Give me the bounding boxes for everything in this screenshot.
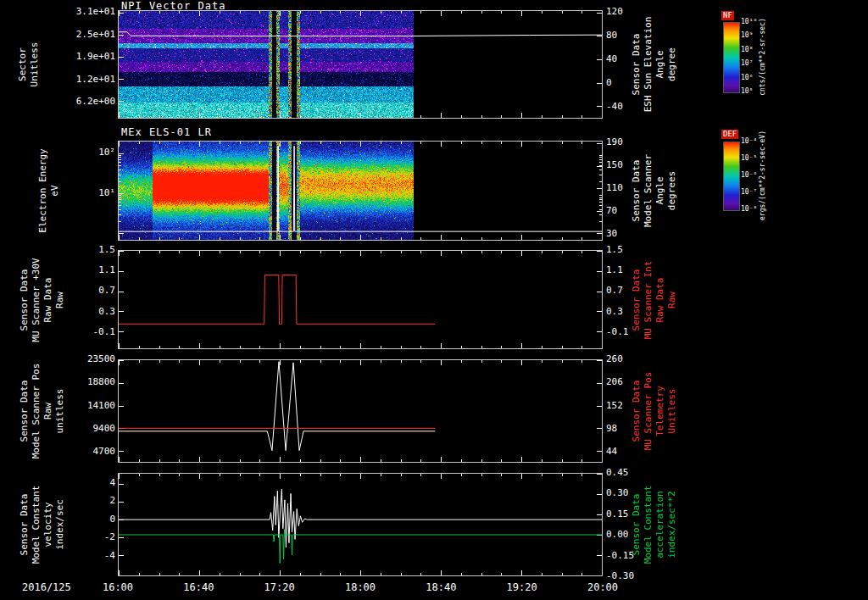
panel1-left-tick: 1.2e+01	[54, 74, 115, 85]
x-axis-date-label: 2016/125	[22, 581, 71, 593]
x-axis-time-label: 19:20	[495, 581, 549, 593]
panel4-left-axis-title: Sensor DataModel Scanner PosRawunitless	[19, 364, 66, 459]
panel1-left-tick: 6.2e+00	[54, 96, 115, 107]
panel2-right-axis-title-line: Sensor Data	[631, 154, 643, 227]
colorbar-nf-tick: 10⁷	[741, 59, 753, 68]
panel2-plot-area	[118, 141, 603, 241]
panel5-right-axis-title-line: index/sec**2	[666, 486, 678, 564]
panel2-right-tick: 30	[606, 228, 647, 239]
panel2-right-axis-title-line: Angle	[654, 154, 666, 227]
panel1-right-tick: 120	[606, 6, 647, 17]
panel3-left-axis-title: Sensor DataMU Scanner +30VRaw DataRaw	[19, 258, 66, 342]
panel2-left-axis-title-line: Electron Energy	[37, 148, 49, 232]
panel2-left-tick: 10²	[54, 147, 115, 158]
panel1-left-axis-title-line: Sector	[17, 42, 29, 87]
panel2-left-axis-title: Electron EnergyeV	[37, 148, 61, 232]
panel4-plot-area	[118, 359, 603, 463]
panel5-left-axis-title: Sensor DataModel Constantvelocityindex/s…	[19, 486, 66, 564]
els-spectrogram-canvas	[119, 142, 602, 240]
x-axis-time-label: 16:40	[171, 581, 225, 593]
panel3-right-axis-title-line: MU Scanner Int	[643, 260, 654, 339]
panel2-right-axis-title-line: degrees	[666, 154, 678, 227]
panel3-right-axis-title-line: Raw Data	[654, 260, 666, 339]
npi-spectrogram-canvas	[119, 11, 602, 118]
panel2-title: MEx ELS-01 LR	[121, 126, 212, 138]
panel1-right-axis-title-line: Sensor Data	[631, 17, 643, 113]
panel5-left-axis-title-line: velocity	[42, 486, 54, 564]
panel5-right-axis-title: Sensor DataModel Constantaccelerationind…	[631, 486, 678, 564]
panel4-right-axis-title-line: MU Scanner Pos	[643, 372, 654, 451]
panel3-right-axis-title-line: Raw	[666, 260, 678, 339]
panel1-right-axis-title: Sensor DataESH Sun ElevationAngledegree	[631, 17, 678, 113]
x-axis-time-label: 20:00	[576, 581, 630, 593]
telemetry-plot-page: NPI Vector Data MEx ELS-01 LR 2016/125 N…	[0, 0, 868, 600]
panel1-left-tick: 2.5e+01	[54, 29, 115, 40]
panel3-left-axis-title-line: Raw Data	[42, 258, 54, 342]
panel3-plot-area	[118, 250, 603, 349]
colorbar-nf-title: NF	[721, 11, 734, 20]
colorbar-def-tick: 10⁻⁴	[741, 137, 757, 146]
panel3-left-axis-title-line: Raw	[54, 258, 66, 342]
colorbar-nf-tick: 10¹⁰	[741, 18, 757, 26]
panel2-right-axis-title-line: Model Scanner	[643, 154, 654, 227]
panel3-right-axis-title-line: Sensor Data	[631, 260, 643, 339]
panel3-right-tick: 1.5	[606, 244, 647, 255]
colorbar-def-tick: 10⁻⁵	[741, 154, 757, 163]
panel4-right-axis-title-line: Telemetry	[654, 372, 666, 451]
panel4-right-axis-title: Sensor DataMU Scanner PosTelemetryUnitle…	[631, 372, 678, 451]
panel5-left-axis-title-line: Model Constant	[31, 486, 42, 564]
panel5-left-axis-title-line: Sensor Data	[19, 486, 31, 564]
panel5-right-axis-title-line: Sensor Data	[631, 486, 643, 564]
x-axis-time-label: 18:00	[333, 581, 387, 593]
panel3-right-axis-title: Sensor DataMU Scanner IntRaw DataRaw	[631, 260, 678, 339]
x-axis-time-label: 18:40	[414, 581, 468, 593]
colorbar-nf-tick: 10⁵	[741, 87, 753, 96]
panel1-left-tick: 3.1e+01	[54, 6, 115, 17]
panel1-left-tick: 1.9e+01	[54, 51, 115, 62]
panel1-left-axis-title-line: Unitless	[29, 42, 41, 87]
colorbar-nf-tick: 10⁶	[741, 74, 753, 82]
panel5-right-axis-title-line: acceleration	[654, 486, 666, 564]
panel4-right-axis-title-line: Unitless	[666, 372, 678, 451]
panel1-left-axis-title: SectorUnitless	[17, 42, 41, 87]
panel1-plot-area	[118, 10, 603, 119]
panel5-right-tick: -0.30	[606, 570, 647, 581]
mu-scanner-line-canvas	[119, 251, 602, 348]
panel5-plot-area	[118, 473, 603, 576]
panel4-right-axis-title-line: Sensor Data	[631, 372, 643, 451]
colorbar-def-tick: 10⁻⁷	[741, 188, 757, 197]
colorbar-def	[723, 142, 740, 211]
panel5-right-axis-title-line: Model Constant	[643, 486, 654, 564]
colorbar-nf-tick: 10⁹	[741, 31, 753, 40]
panel2-right-tick: 190	[606, 136, 647, 147]
panel2-right-axis-title: Sensor DataModel ScannerAngledegrees	[631, 154, 678, 227]
colorbar-nf	[723, 22, 740, 93]
panel2-left-tick: 10¹	[54, 187, 115, 198]
panel2-left-axis-title-line: eV	[49, 148, 61, 232]
panel4-left-axis-title-line: unitless	[54, 364, 66, 459]
panel1-right-axis-title-line: degree	[666, 17, 678, 113]
panel3-left-axis-title-line: MU Scanner +30V	[31, 258, 42, 342]
colorbar-def-title: DEF	[721, 130, 738, 139]
panel5-left-axis-title-line: index/sec	[54, 486, 66, 564]
panel4-left-axis-title-line: Model Scanner Pos	[31, 364, 42, 459]
panel3-left-axis-title-line: Sensor Data	[19, 258, 31, 342]
panel3-left-tick: 1.5	[54, 244, 115, 255]
colorbar-def-units: ergs/(cm**2-sr-sec-eV)	[759, 131, 766, 220]
panel1-right-axis-title-line: Angle	[654, 17, 666, 113]
panel4-left-axis-title-line: Sensor Data	[19, 364, 31, 459]
panel5-right-tick: 0.45	[606, 467, 647, 478]
colorbar-def-tick: 10⁻⁸	[741, 205, 757, 214]
panel4-left-axis-title-line: Raw	[42, 364, 54, 459]
model-constant-line-canvas	[119, 474, 602, 575]
x-axis-time-label: 17:20	[253, 581, 307, 593]
panel4-right-tick: 260	[606, 353, 647, 364]
x-axis-time-label: 16:00	[91, 581, 145, 593]
panel1-right-axis-title-line: ESH Sun Elevation	[643, 17, 654, 113]
colorbar-def-tick: 10⁻⁶	[741, 171, 757, 180]
colorbar-nf-tick: 10⁸	[741, 46, 753, 54]
scanner-pos-line-canvas	[119, 360, 602, 462]
colorbar-nf-units: cnts/(cm**2-sr-sec)	[759, 18, 766, 96]
